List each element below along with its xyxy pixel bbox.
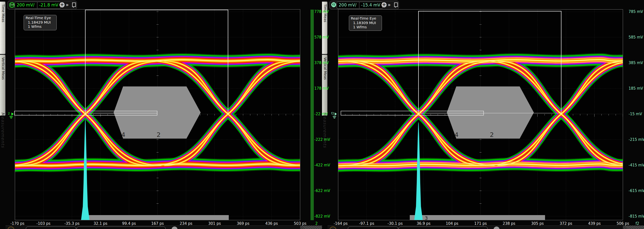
ground-symbol bbox=[333, 117, 336, 117]
add-icon[interactable] bbox=[172, 227, 178, 229]
info-mui: 1.18309 MUI bbox=[351, 21, 382, 25]
tab-vertical-meas[interactable]: Vertical Meas bbox=[0, 55, 6, 116]
y-axis-label: -15 mV bbox=[628, 112, 642, 116]
ground-symbol bbox=[10, 117, 12, 117]
resize-grip[interactable] bbox=[623, 226, 644, 229]
channel-badge[interactable] bbox=[8, 227, 14, 229]
x-axis-label: 32.1 ps bbox=[90, 221, 110, 226]
info-wfms: 1 Wfms bbox=[26, 24, 56, 29]
y-axis-label: 185 mV bbox=[628, 86, 643, 91]
vertical-offset-field[interactable]: -15.4 mV bbox=[359, 2, 383, 9]
mask-region-label: 2 bbox=[490, 131, 494, 138]
x-axis-label: 167 ps bbox=[148, 221, 168, 226]
expand-icon[interactable]: » bbox=[388, 1, 390, 8]
offset-field[interactable] bbox=[76, 227, 166, 229]
info-wfms: 1 Wfms bbox=[351, 25, 382, 29]
channel-header-group: 2-4 200 mV/ -21.8 mV + » bbox=[8, 1, 77, 9]
unit-interval-bar bbox=[410, 215, 545, 220]
y-axis-label: 378 mV bbox=[314, 61, 329, 65]
ground-symbol bbox=[333, 116, 336, 116]
x-axis-label: 436 ps bbox=[262, 221, 282, 226]
channel-badge[interactable] bbox=[330, 227, 336, 229]
y-axis-label: -222 mV bbox=[314, 137, 330, 142]
x-axis-label: -164 ps bbox=[331, 221, 350, 226]
x-axis-label: -170 ps bbox=[8, 221, 27, 226]
source-marker-label: f2 bbox=[331, 112, 334, 115]
x-axis-label: 234 ps bbox=[176, 221, 196, 226]
channel-label: 2 bbox=[315, 221, 318, 226]
undock-window-icon[interactable] bbox=[394, 2, 398, 7]
y-axis-label: 578 mV bbox=[314, 35, 329, 39]
vertical-scale-strip[interactable] bbox=[310, 9, 314, 220]
resize-grip[interactable] bbox=[300, 226, 322, 229]
realtime-eye-info: Real-Time Eye 1.18429 MUI 1 Wfms bbox=[24, 15, 57, 30]
x-axis-label: 372 ps bbox=[556, 221, 576, 226]
next-channel-row bbox=[328, 226, 644, 229]
source-marker-arrow[interactable] bbox=[335, 113, 337, 115]
x-axis-label: 99.4 ps bbox=[119, 221, 139, 226]
measurements-watermark: Measurements bbox=[322, 112, 328, 187]
x-axis-label: -30.1 ps bbox=[385, 221, 405, 226]
info-title: Real-Time Eye bbox=[351, 16, 382, 21]
add-icon[interactable]: + bbox=[382, 2, 387, 7]
source-marker-label: 2 bbox=[8, 112, 10, 115]
ground-symbol bbox=[10, 116, 13, 116]
y-axis-label: -815 mV bbox=[628, 214, 644, 219]
x-axis-label: 171 ps bbox=[471, 221, 490, 226]
y-axis-label: -622 mV bbox=[314, 189, 330, 193]
x-axis-label: 506 ps bbox=[613, 221, 633, 226]
realtime-eye-info: Real-Time Eye 1.18309 MUI 1 Wfms bbox=[349, 15, 382, 31]
info-mui: 1.18429 MUI bbox=[26, 20, 56, 25]
scale-field[interactable] bbox=[26, 227, 76, 229]
x-axis-label: 305 ps bbox=[528, 221, 548, 226]
y-axis-label: 778 mV bbox=[314, 9, 329, 14]
y-axis-label: -415 mV bbox=[628, 163, 644, 167]
add-icon[interactable]: + bbox=[60, 2, 65, 7]
y-axis-label: 785 mV bbox=[628, 9, 643, 14]
y-axis-label: -22 mV bbox=[314, 112, 328, 116]
undock-window-icon[interactable] bbox=[72, 2, 76, 7]
oscilloscope-screen: Time Meas Vertical Meas Measurements 2-4… bbox=[0, 0, 644, 229]
y-axis-label: -215 mV bbox=[628, 137, 644, 142]
ground-symbol bbox=[10, 118, 12, 118]
mask-hexagon bbox=[447, 86, 534, 139]
x-axis-label: 503 ps bbox=[290, 221, 310, 226]
y-axis-label: 585 mV bbox=[628, 35, 643, 39]
ground-symbol bbox=[334, 118, 335, 118]
measurements-watermark: Measurements bbox=[0, 112, 6, 187]
tab-time-meas[interactable]: Time Meas bbox=[0, 1, 6, 54]
x-axis-label: 36.9 ps bbox=[414, 221, 434, 226]
scale-field[interactable] bbox=[348, 227, 398, 229]
x-axis-label: 369 ps bbox=[233, 221, 253, 226]
x-axis-label: -97.1 ps bbox=[357, 221, 377, 226]
mask-region-label: 3 bbox=[425, 215, 428, 221]
mask-region-label: 4 bbox=[454, 131, 458, 138]
info-title: Real-Time Eye bbox=[26, 16, 56, 20]
vertical-offset-field[interactable]: -21.8 mV bbox=[37, 2, 61, 9]
y-axis-label: -822 mV bbox=[314, 214, 330, 219]
mask-region-label: 4 bbox=[121, 131, 125, 138]
x-axis-label: 301 ps bbox=[205, 221, 224, 226]
expand-icon[interactable]: » bbox=[66, 1, 68, 8]
vertical-scale-field[interactable]: 200 mV/ bbox=[15, 2, 38, 9]
channel-badge[interactable]: f2 bbox=[331, 2, 336, 7]
add-icon[interactable] bbox=[494, 227, 500, 229]
source-marker-arrow[interactable] bbox=[12, 113, 14, 115]
y-axis-label: 385 mV bbox=[628, 61, 643, 65]
mask-region-label: 2 bbox=[157, 131, 161, 138]
unit-interval-bar bbox=[87, 215, 229, 220]
y-axis-label: -422 mV bbox=[314, 163, 330, 167]
channel-label: f2 bbox=[636, 221, 639, 226]
offset-field[interactable] bbox=[398, 227, 488, 229]
y-axis-label: 178 mV bbox=[314, 86, 329, 91]
y-axis-label: -615 mV bbox=[628, 189, 644, 193]
vertical-scale-field[interactable]: 200 mV/ bbox=[337, 2, 360, 9]
channel-header-group: f2 200 mV/ -15.4 mV + » bbox=[330, 1, 399, 9]
x-axis-label: 439 ps bbox=[584, 221, 604, 226]
channel-badge[interactable]: 2-4 bbox=[9, 2, 15, 8]
x-axis-label: -103 ps bbox=[34, 221, 54, 226]
x-axis-label: 104 ps bbox=[442, 221, 462, 226]
x-axis-label: 238 ps bbox=[499, 221, 519, 226]
x-axis-label: -35.3 ps bbox=[62, 221, 82, 226]
next-channel-row bbox=[6, 226, 320, 229]
